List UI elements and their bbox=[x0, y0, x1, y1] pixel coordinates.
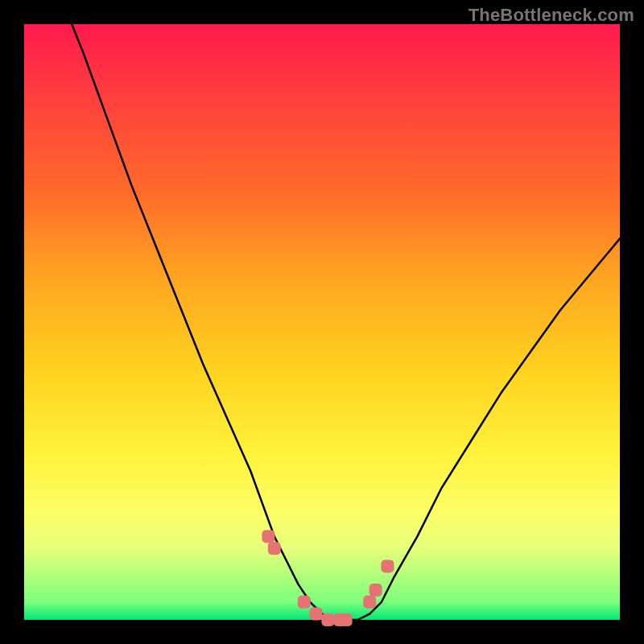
curve-path bbox=[72, 24, 620, 620]
chart-overlay bbox=[24, 24, 620, 620]
optimal-marker bbox=[298, 596, 311, 609]
optimal-marker bbox=[369, 584, 382, 597]
optimal-markers bbox=[262, 530, 394, 626]
optimal-marker bbox=[340, 613, 353, 626]
watermark-text: TheBottleneck.com bbox=[469, 5, 634, 26]
optimal-marker bbox=[321, 613, 334, 626]
optimal-marker bbox=[262, 530, 275, 543]
bottleneck-curve bbox=[72, 24, 620, 620]
optimal-marker bbox=[363, 596, 376, 609]
optimal-marker bbox=[310, 608, 323, 621]
chart-frame: TheBottleneck.com bbox=[0, 0, 644, 644]
optimal-marker bbox=[268, 542, 281, 555]
optimal-marker bbox=[381, 559, 394, 572]
